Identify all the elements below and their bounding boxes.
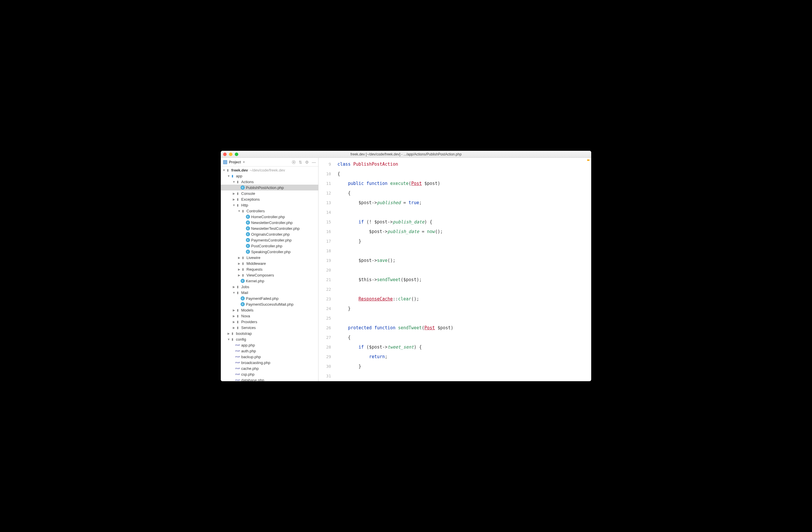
tree-node[interactable]: CPaymentSuccessfulMail.php [221,301,318,307]
titlebar[interactable]: freek.dev [~/dev/code/freek.dev] - .../a… [221,151,591,158]
line-number: 30 [319,362,331,371]
code-line[interactable]: { [337,333,591,342]
chevron-down-icon[interactable]: ▼ [227,174,230,178]
tree-node[interactable]: CNewsletterController.php [221,220,318,226]
code-line[interactable] [337,314,591,323]
code-line[interactable]: { [337,169,591,179]
close-icon[interactable] [223,153,227,156]
tree-node[interactable]: ▼▮config [221,336,318,342]
chevron-down-icon[interactable]: ▼ [232,291,235,294]
collapse-icon[interactable]: — [312,160,316,164]
tree-node[interactable]: CPublishPostAction.php [221,185,318,190]
settings-icon[interactable]: ⇅ [299,160,302,164]
chevron-right-icon[interactable]: ▶ [227,332,230,335]
code-line[interactable]: } [337,236,591,246]
chevron-right-icon[interactable]: ▶ [238,256,241,259]
code-editor[interactable]: class PublishPostAction{ public function… [335,158,591,381]
php-icon: PHP [235,378,240,381]
line-number: 16 [319,227,331,236]
chevron-right-icon[interactable]: ▶ [238,262,241,265]
code-line[interactable]: } [337,362,591,371]
line-number: 15 [319,217,331,227]
tree-node[interactable]: ▶▮Nova [221,313,318,319]
tree-node[interactable]: PHPcsp.php [221,371,318,377]
code-line[interactable] [337,246,591,256]
tree-node[interactable]: ▶▮Requests [221,266,318,272]
chevron-down-icon[interactable]: ▼ [232,204,235,207]
class-icon: C [246,250,250,254]
tree-node[interactable]: ▶▮bootstrap [221,330,318,336]
code-line[interactable]: $this->sendTweet($post); [337,275,591,285]
tree-node[interactable]: ▶▮ViewComposers [221,272,318,278]
tree-node[interactable]: ▼▮Mail [221,290,318,296]
tree-node[interactable]: PHPauth.php [221,348,318,354]
chevron-down-icon[interactable]: ▼ [227,338,230,341]
sidebar-tools: ⦿ ⇅ ⚙ — [292,160,316,164]
tree-node-label: PaymentSuccessfulMail.php [246,302,293,306]
php-icon: PHP [235,360,240,365]
tree-node[interactable]: CHomeController.php [221,214,318,220]
tree-node[interactable]: CKernel.php [221,278,318,284]
code-line[interactable]: } [337,304,591,314]
tree-node[interactable]: ▼▮Controllers [221,208,318,214]
minimize-icon[interactable] [229,153,232,156]
chevron-right-icon[interactable]: ▶ [232,198,235,201]
tree-node[interactable]: ▶▮Console [221,190,318,196]
tree-node[interactable]: PHPapp.php [221,342,318,348]
tree-node[interactable]: PHPcache.php [221,365,318,371]
code-line[interactable]: $post->published = true; [337,198,591,208]
locate-icon[interactable]: ⦿ [292,160,296,164]
project-tree[interactable]: ▼▮freek.dev~/dev/code/freek.dev▼▮app▼▮Ac… [221,167,318,381]
chevron-right-icon[interactable]: ▶ [232,308,235,312]
class-icon: C [246,232,250,236]
chevron-down-icon[interactable]: ▼ [232,180,235,184]
code-line[interactable] [337,285,591,294]
tree-node[interactable]: ▶▮Exceptions [221,196,318,202]
code-line[interactable]: { [337,188,591,198]
tree-node[interactable]: CPaymentFailed.php [221,296,318,301]
folder-icon: ▮ [235,284,240,289]
tree-node[interactable]: ▼▮Http [221,202,318,208]
code-line[interactable]: $post->publish_date = now(); [337,227,591,236]
tree-node[interactable]: CPaymentsController.php [221,237,318,243]
code-line[interactable]: if (! $post->publish_date) { [337,217,591,227]
tree-node[interactable]: ▶▮Services [221,325,318,330]
code-line[interactable] [337,208,591,217]
warning-marker[interactable] [587,160,590,161]
code-line[interactable]: protected function sendTweet(Post $post) [337,323,591,333]
tree-node[interactable]: ▶▮Models [221,307,318,313]
code-line[interactable]: ResponseCache::clear(); [337,294,591,304]
tree-node[interactable]: ▼▮app [221,173,318,179]
tree-node[interactable]: CSpeakingController.php [221,249,318,255]
tree-root[interactable]: ▼▮freek.dev~/dev/code/freek.dev [221,167,318,173]
chevron-right-icon[interactable]: ▶ [232,192,235,195]
tree-node[interactable]: ▶▮Middleware [221,260,318,266]
chevron-down-icon[interactable]: ▼ [238,210,241,213]
maximize-icon[interactable] [235,153,238,156]
code-line[interactable] [337,371,591,381]
chevron-right-icon[interactable]: ▶ [232,326,235,329]
chevron-right-icon[interactable]: ▶ [232,314,235,318]
code-line[interactable]: return; [337,352,591,362]
tree-node[interactable]: PHPbackup.php [221,354,318,360]
project-tab[interactable]: Project ▼ [223,160,245,164]
tree-node[interactable]: ▶▮Livewire [221,255,318,260]
tree-node[interactable]: COriginalsController.php [221,231,318,237]
tree-node[interactable]: ▶▮Providers [221,319,318,325]
chevron-right-icon[interactable]: ▶ [232,285,235,288]
tree-node[interactable]: PHPdatabase.php [221,377,318,381]
code-line[interactable]: if ($post->tweet_sent) { [337,342,591,352]
gear-icon[interactable]: ⚙ [305,160,309,164]
code-line[interactable]: class PublishPostAction [337,160,591,169]
code-line[interactable]: public function execute(Post $post) [337,179,591,188]
tree-node[interactable]: CPostController.php [221,243,318,249]
code-line[interactable]: $post->save(); [337,256,591,265]
code-line[interactable] [337,265,591,275]
tree-node[interactable]: ▶▮Jobs [221,284,318,290]
chevron-right-icon[interactable]: ▶ [238,274,241,277]
chevron-right-icon[interactable]: ▶ [232,320,235,323]
tree-node[interactable]: CNewsletterTestController.php [221,226,318,231]
chevron-right-icon[interactable]: ▶ [238,268,241,271]
tree-node[interactable]: ▼▮Actions [221,179,318,185]
tree-node[interactable]: PHPbroadcasting.php [221,360,318,365]
